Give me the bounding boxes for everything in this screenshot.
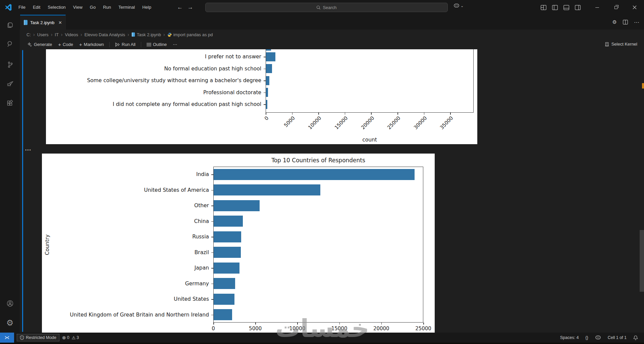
y-tick (264, 93, 266, 93)
generate-button[interactable]: Generate (25, 41, 54, 48)
run-all-label: Run All (122, 42, 136, 47)
tab-task2-ipynb[interactable]: Task 2.ipynb ✕ (20, 15, 66, 30)
vscode-logo-icon[interactable] (5, 4, 12, 11)
command-center-search[interactable]: Search (205, 3, 448, 12)
source-control-icon[interactable] (0, 57, 20, 72)
menu-item[interactable]: Help (139, 3, 155, 12)
restricted-mode-button[interactable]: Restricted Mode (17, 334, 59, 341)
language-mode-button[interactable]: {} (583, 334, 591, 341)
remote-indicator[interactable] (0, 333, 14, 343)
add-code-cell-button[interactable]: + Code (56, 41, 75, 48)
warning-count: 3 (76, 335, 79, 340)
error-icon: ⊗ (62, 335, 66, 340)
menu-bar: FileEditSelectionViewGoRunTerminalHelp (15, 0, 155, 15)
cell-focus-bar[interactable] (22, 50, 23, 332)
x-tick (213, 323, 214, 325)
run-debug-icon[interactable] (0, 76, 20, 92)
back-arrow-icon[interactable]: ← (177, 4, 183, 11)
category-label: India (42, 171, 209, 178)
x-tick (292, 113, 293, 115)
add-markdown-cell-button[interactable]: + Markdown (77, 41, 106, 48)
x-tick (266, 113, 266, 115)
bar (266, 64, 272, 73)
explorer-icon[interactable] (0, 17, 20, 33)
breadcrumb-file[interactable]: Task 2.ipynb (131, 32, 161, 37)
minimize-button[interactable] (588, 0, 606, 15)
y-tick (211, 284, 213, 284)
chevron-right-icon: › (61, 32, 63, 37)
error-count: 0 (67, 335, 69, 340)
x-tick-label: 25000 (415, 326, 431, 332)
x-tick (397, 113, 398, 115)
outline-button[interactable]: Outline (144, 41, 169, 48)
copilot-menu[interactable]: ⌄ (453, 3, 464, 8)
breadcrumb-symbol[interactable]: import pandas as pd (167, 32, 213, 37)
copilot-status-button[interactable] (592, 334, 604, 341)
restore-button[interactable] (606, 0, 625, 15)
close-button[interactable] (625, 0, 644, 15)
x-tick (345, 113, 345, 115)
menu-item[interactable]: Run (99, 3, 115, 12)
editor-scrollbar[interactable] (640, 230, 644, 292)
menu-item[interactable]: Terminal (115, 3, 139, 12)
braces-icon: {} (585, 335, 588, 340)
run-all-icon (115, 42, 120, 47)
breadcrumb-drive[interactable]: C: (26, 32, 31, 37)
breadcrumb-users[interactable]: Users (37, 32, 49, 37)
menu-item[interactable]: Go (86, 3, 99, 12)
add-code-label: Code (63, 42, 73, 47)
cell-indicator-button[interactable]: Cell 1 of 1 (605, 334, 629, 341)
menu-item[interactable]: Edit (29, 3, 44, 12)
category-label: Germany (42, 280, 209, 287)
menu-item[interactable]: View (69, 3, 86, 12)
toggle-secondary-sidebar-icon[interactable] (575, 5, 581, 10)
toolbar-more-icon[interactable]: ⋯ (170, 41, 179, 48)
copilot-icon (453, 3, 460, 8)
category-label: Some college/university study without ea… (46, 77, 261, 84)
x-tick (423, 323, 424, 325)
extensions-icon[interactable] (0, 96, 20, 111)
bar (214, 247, 241, 258)
x-tick-label: 0 (212, 326, 215, 332)
search-sidebar-icon[interactable] (0, 36, 20, 52)
account-icon[interactable] (0, 296, 20, 311)
breadcrumb-videos[interactable]: Videos (65, 32, 78, 37)
menu-item[interactable]: Selection (44, 3, 69, 12)
select-kernel-button[interactable]: Select Kernel (602, 41, 640, 48)
problems-button[interactable]: ⊗ 0 ⚠ 3 (59, 334, 82, 341)
toolbar-separator (109, 42, 110, 47)
y-tick (211, 174, 213, 175)
breadcrumb-folder[interactable]: Elevvo Data Analysis (85, 32, 125, 37)
notifications-button[interactable] (631, 334, 641, 341)
cell-indicator-label: Cell 1 of 1 (608, 335, 627, 340)
bar (266, 52, 275, 61)
tab-close-icon[interactable]: ✕ (58, 20, 62, 25)
x-tick-label: 15000 (331, 326, 347, 332)
notebook-editor: ••• I prefer not to answerNo formal educ… (20, 49, 644, 333)
cell-toolbar-dots[interactable]: ••• (25, 148, 32, 153)
bottom-strip (0, 343, 644, 344)
settings-gear-icon[interactable]: ⚙ (0, 315, 20, 331)
bar (266, 88, 268, 97)
menu-item[interactable]: File (15, 3, 29, 12)
bar (214, 200, 260, 211)
indentation-button[interactable]: Spaces: 4 (557, 334, 582, 341)
notebook-icon (23, 20, 28, 25)
bar (214, 231, 241, 242)
run-all-button[interactable]: Run All (113, 41, 138, 48)
plus-icon: + (58, 42, 61, 47)
customize-layout-icon[interactable] (541, 5, 546, 10)
split-editor-icon[interactable] (623, 20, 628, 24)
more-actions-icon[interactable]: ⋯ (634, 19, 639, 25)
breadcrumb-it[interactable]: IT (55, 32, 59, 37)
add-markdown-label: Markdown (84, 42, 104, 47)
toggle-primary-sidebar-icon[interactable] (552, 5, 558, 10)
toggle-panel-icon[interactable] (564, 5, 569, 10)
forward-arrow-icon[interactable]: → (187, 4, 193, 11)
chevron-right-icon: › (51, 32, 53, 37)
y-tick (211, 268, 213, 269)
settings-gear-icon[interactable]: ⚙ (612, 19, 617, 25)
y-tick (264, 57, 266, 57)
plus-icon: + (79, 42, 82, 47)
y-tick (211, 206, 213, 206)
